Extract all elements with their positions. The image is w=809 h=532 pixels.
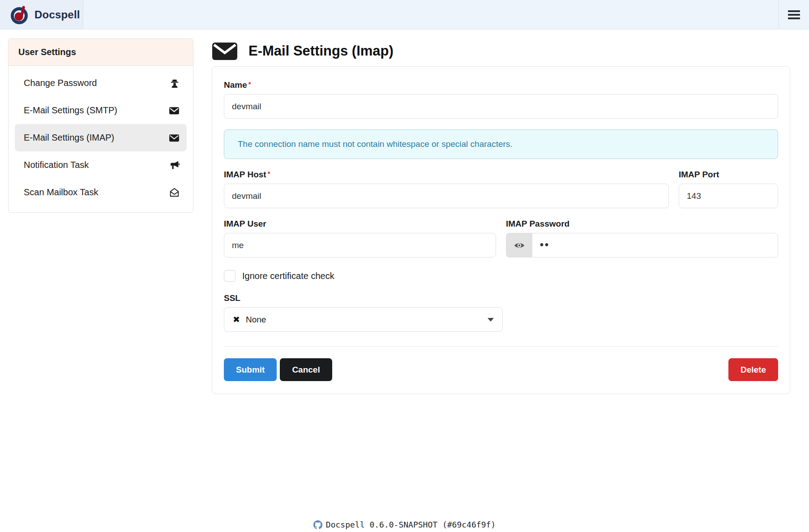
footer: Docspell 0.6.0-SNAPSHOT (#69c46f9f) xyxy=(0,520,809,529)
host-port-row: IMAP Host* IMAP Port xyxy=(224,170,778,208)
user-settings-sidebar: User Settings Change Password E-Mail xyxy=(8,39,193,213)
user-password-row: IMAP User IMAP Password xyxy=(224,219,778,257)
name-label: Name* xyxy=(224,80,778,90)
sidebar-item-label: Scan Mailbox Task xyxy=(24,187,98,197)
required-asterisk: * xyxy=(248,80,251,88)
imap-port-label: IMAP Port xyxy=(679,170,778,180)
bullhorn-icon xyxy=(169,160,180,170)
ssl-selected-value: None xyxy=(246,315,266,325)
imap-user-input[interactable] xyxy=(224,233,496,257)
sidebar-menu: Change Password E-Mail Settings (SMTP) xyxy=(9,66,193,212)
sidebar-item-label: Notification Task xyxy=(24,160,89,170)
name-field-group: Name* xyxy=(224,80,778,119)
imap-host-field-group: IMAP Host* xyxy=(224,170,669,208)
form-actions: Submit Cancel Delete xyxy=(224,358,778,381)
envelope-icon xyxy=(169,133,180,142)
sidebar-item-label: E-Mail Settings (SMTP) xyxy=(24,105,117,116)
top-navbar: Docspell xyxy=(0,0,809,30)
hamburger-icon xyxy=(788,14,800,16)
sidebar-item-email-settings-imap[interactable]: E-Mail Settings (IMAP) xyxy=(15,124,187,151)
navbar-spacer xyxy=(83,0,779,29)
imap-port-input[interactable] xyxy=(679,184,778,208)
brand-title: Docspell xyxy=(34,9,80,21)
imap-settings-form: Name* The connection name must not conta… xyxy=(212,66,790,394)
toggle-password-visibility-button[interactable] xyxy=(506,233,532,257)
sidebar-item-change-password[interactable]: Change Password xyxy=(15,69,187,97)
imap-password-input[interactable] xyxy=(532,233,778,257)
ignore-cert-label: Ignore certificate check xyxy=(242,271,334,281)
info-message-text: The connection name must not contain whi… xyxy=(238,139,513,149)
imap-password-field-group: IMAP Password xyxy=(506,219,778,257)
sidebar-title: User Settings xyxy=(9,39,193,66)
delete-button[interactable]: Delete xyxy=(728,358,778,381)
sidebar-item-label: Change Password xyxy=(24,78,97,88)
imap-port-field-group: IMAP Port xyxy=(679,170,778,208)
submit-button[interactable]: Submit xyxy=(224,358,277,381)
imap-user-label: IMAP User xyxy=(224,219,496,229)
ssl-label: SSL xyxy=(224,293,503,303)
sidebar-item-notification-task[interactable]: Notification Task xyxy=(15,151,187,179)
main-panel: E-Mail Settings (Imap) Name* The connect… xyxy=(212,39,790,394)
brand-logo-link[interactable]: Docspell xyxy=(0,0,83,29)
times-icon: ✖ xyxy=(233,314,240,325)
hamburger-icon xyxy=(788,17,800,19)
hamburger-icon xyxy=(788,10,800,12)
content-area: User Settings Change Password E-Mail xyxy=(0,30,809,394)
ssl-dropdown[interactable]: ✖ None xyxy=(224,307,503,332)
ignore-cert-checkbox[interactable] xyxy=(224,270,235,282)
envelope-icon xyxy=(212,41,238,61)
page-title: E-Mail Settings (Imap) xyxy=(212,39,790,64)
docspell-logo-icon xyxy=(10,5,30,25)
name-input[interactable] xyxy=(224,94,778,119)
page-title-text: E-Mail Settings (Imap) xyxy=(248,43,394,59)
imap-host-label: IMAP Host* xyxy=(224,170,669,180)
form-divider xyxy=(224,346,778,347)
imap-user-field-group: IMAP User xyxy=(224,219,496,257)
envelope-icon xyxy=(169,106,180,115)
cancel-button[interactable]: Cancel xyxy=(280,358,332,381)
envelope-open-icon xyxy=(169,188,180,197)
eye-icon xyxy=(514,241,525,249)
version-text: Docspell 0.6.0-SNAPSHOT (#69c46f9f) xyxy=(326,520,496,529)
app-window: Docspell User Settings Change Password xyxy=(0,0,809,532)
sidebar-item-email-settings-smtp[interactable]: E-Mail Settings (SMTP) xyxy=(15,97,187,124)
password-input-group xyxy=(506,233,778,257)
chevron-down-icon xyxy=(488,318,494,322)
required-asterisk: * xyxy=(268,170,270,177)
sidebar-item-label: E-Mail Settings (IMAP) xyxy=(24,133,114,143)
user-secret-icon xyxy=(170,78,180,88)
hamburger-menu-button[interactable] xyxy=(779,0,809,29)
imap-host-input[interactable] xyxy=(224,184,669,208)
imap-password-label: IMAP Password xyxy=(506,219,778,229)
info-message: The connection name must not contain whi… xyxy=(224,129,778,159)
ssl-field-group: SSL ✖ None xyxy=(224,293,503,332)
sidebar-item-scan-mailbox-task[interactable]: Scan Mailbox Task xyxy=(15,179,187,206)
ignore-cert-row: Ignore certificate check xyxy=(224,270,778,282)
github-icon[interactable] xyxy=(313,520,322,529)
